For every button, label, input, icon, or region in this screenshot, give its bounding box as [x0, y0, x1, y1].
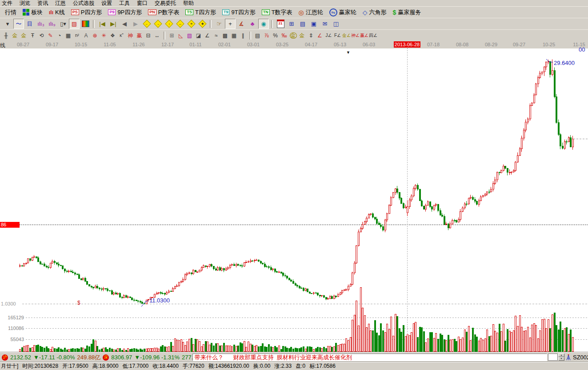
width-arrow-icon[interactable]: ↔ [153, 31, 161, 40]
p-table-button[interactable]: PNP数字表 [145, 8, 182, 17]
gold-grid2-icon[interactable]: 金 [20, 31, 28, 40]
p-square-button-label: P四方形 [81, 8, 102, 16]
n2-icon[interactable]: n² [73, 31, 81, 40]
circle-cross-icon[interactable]: ⊕ [91, 31, 99, 40]
t-table-button[interactable]: TNT数字表 [259, 8, 295, 17]
diamond-move-icon[interactable]: ✚ [197, 19, 208, 29]
permille-icon[interactable]: ‰ [280, 31, 288, 40]
crosshair-tool-icon[interactable]: + [225, 19, 236, 29]
k-quote-icon[interactable]: ĸ” [117, 31, 126, 40]
gann-box-icon[interactable]: ▧ [185, 31, 194, 40]
boxed-star-icon[interactable]: ❖ [108, 31, 117, 40]
grid-b-icon[interactable]: ▦ [230, 31, 238, 40]
news-ticker[interactable]: 带来什么？ 财政部重点支持 膜材料行业迎来高成长催化剂 [192, 354, 547, 361]
9t-square-button[interactable]: T99T四方形 [220, 8, 258, 17]
chart-canvas[interactable]: 86 1.0300 29.6400 11.0300 00 $ ▼ 1651291… [0, 48, 588, 352]
mirror-a-icon[interactable]: A [82, 31, 90, 40]
calendar-icon[interactable]: 21 [275, 19, 286, 29]
fan-lines-icon[interactable]: ◺ [176, 31, 185, 40]
calendar-icon-shape: 21 [277, 20, 284, 28]
colorful-chart-icon[interactable] [80, 19, 91, 29]
bars3-cycle-icon[interactable]: ılı₃ [36, 19, 46, 29]
ying-angle-icon[interactable]: 赢∠ [360, 31, 368, 40]
notes-icon[interactable]: ▤ [297, 19, 308, 29]
quote-button[interactable]: 行情 [2, 8, 19, 17]
brain-icon[interactable]: ◉ [258, 19, 269, 29]
shanghai-turnover: 249.88亿 [77, 354, 101, 362]
red-angle-icon[interactable]: ∠ [316, 31, 324, 40]
prev-page-icon[interactable]: ◀ [119, 19, 130, 29]
star-burst-icon[interactable]: ✳ [100, 31, 108, 40]
pattern-icon[interactable]: ▨ [69, 19, 80, 29]
value-box[interactable] [548, 354, 558, 361]
ruler-icon-glyph: ⊟ [146, 33, 150, 38]
ying-tool-icon[interactable]: 赢 [135, 31, 144, 40]
angle-tool-icon[interactable]: ∡ [236, 19, 247, 29]
last-page-icon[interactable]: ▶| [108, 19, 119, 29]
date-tick: 11-05 [96, 42, 124, 47]
f-angle-icon[interactable]: F∠ [333, 31, 342, 40]
diamond-updown-icon[interactable]: ↕ [164, 19, 174, 29]
t-square-button[interactable]: TST四方形 [183, 8, 218, 17]
info-list-icon[interactable]: 目 [24, 19, 35, 29]
toolbar-dropdown-icon[interactable]: ▾ [2, 19, 13, 29]
hand-tool-icon[interactable]: ☞ [214, 19, 224, 29]
next-page-icon[interactable]: ▶ [130, 19, 141, 29]
hexagon-button[interactable]: ◇六角形 [360, 8, 389, 17]
diamond-left-icon[interactable]: ← [141, 19, 152, 29]
gold-circle-icon[interactable]: 金 [289, 31, 297, 40]
winner-service-button[interactable]: $赢家服务 [390, 8, 424, 17]
frame-tool-icon[interactable]: ⊞ [168, 31, 176, 40]
dense-grid-icon[interactable]: ▦ [64, 31, 72, 40]
bars9-cycle-icon[interactable]: ılı₉ [47, 19, 57, 29]
levels-icon[interactable]: ▤ [253, 31, 262, 40]
shanghai-icon: 沪 [2, 354, 8, 361]
trend-angle-icon[interactable]: ∠ [203, 31, 212, 40]
gold-line-icon[interactable]: 金 [298, 31, 306, 40]
candle-style-icon[interactable]: ▯▾ [58, 19, 68, 29]
mail-icon[interactable]: ✉ [320, 19, 330, 29]
calculator-icon[interactable]: ⊞ [286, 19, 297, 29]
low-line-label: 1.0300 [1, 301, 16, 306]
gold-angle-icon-glyph: 金∠ [342, 33, 351, 38]
updown-icon[interactable]: ⇕ [307, 31, 315, 40]
si-angle-icon[interactable]: 四∠ [369, 31, 377, 40]
parallel-icon[interactable]: ∥ [239, 31, 247, 40]
ruler-icon[interactable]: ⊟ [144, 31, 152, 40]
wave-icon[interactable]: ≈ [212, 31, 220, 40]
spinner-up-button[interactable]: ▴ [558, 354, 564, 357]
zone-chart-icon[interactable]: 〜 [13, 19, 24, 29]
clock-cycle-icon[interactable]: ◔ [55, 31, 64, 40]
diamond-burst-icon[interactable]: ✳ [186, 19, 196, 29]
spinner-down-button[interactable]: ▾ [558, 357, 564, 361]
9p-square-button[interactable]: P99P四方形 [105, 8, 144, 17]
gann-flower-icon[interactable]: ♣ [247, 19, 258, 29]
percent78-icon[interactable]: ⅞ [262, 31, 271, 40]
spiral-icon[interactable]: ⟲ [37, 31, 46, 40]
gann-wheel-button[interactable]: ◎江恩轮 [296, 8, 326, 17]
shen-tool-icon[interactable]: 神 [126, 31, 135, 40]
status-field-6: 收:18.4400 [152, 362, 179, 370]
gann-grid-icon[interactable]: ╫ [2, 31, 10, 40]
p-square-button[interactable]: PSP四方形 [68, 8, 105, 17]
gold-circle-icon-glyph: 金 [290, 32, 297, 39]
diamond-expand-icon-shape: ↔ [176, 20, 184, 28]
first-page-icon[interactable]: |◀ [97, 19, 108, 29]
gold-grid-icon[interactable]: 金 [11, 31, 19, 40]
gold-angle-icon[interactable]: 金∠ [342, 31, 351, 40]
grid-a-icon[interactable]: ▩ [221, 31, 229, 40]
diamond-expand-icon[interactable]: ↔ [175, 19, 185, 29]
shen-angle-icon[interactable]: 神∠ [351, 31, 360, 40]
gann-wheel-icon: ◎ [299, 10, 304, 15]
pen-icon[interactable]: ✎ [46, 31, 55, 40]
shade-box-icon[interactable]: ◪ [194, 31, 203, 40]
diamond-right-icon[interactable]: → [152, 19, 163, 29]
winner-wheel-button[interactable]: Big赢家轮 [327, 8, 359, 17]
blocks-button[interactable]: 板块 [20, 8, 45, 17]
remote-link-icon[interactable]: ◫ [331, 19, 341, 29]
percent-icon[interactable]: % [271, 31, 280, 40]
j-angle-icon[interactable]: J∠ [324, 31, 333, 40]
f-grid-icon[interactable]: Ŧ [28, 31, 37, 40]
kline-button[interactable]: ılıK线 [46, 8, 68, 17]
save-icon[interactable]: ▣ [308, 19, 319, 29]
